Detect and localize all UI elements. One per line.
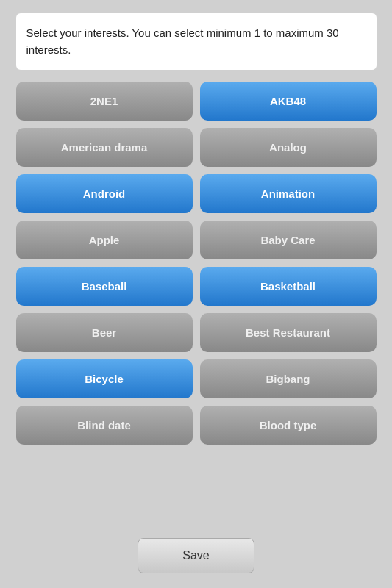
interest-btn-beer[interactable]: Beer xyxy=(16,313,193,352)
interest-btn-baseball[interactable]: Baseball xyxy=(16,267,193,306)
fade-overlay xyxy=(0,507,392,537)
save-area: Save xyxy=(0,538,392,573)
interest-btn-blood-type[interactable]: Blood type xyxy=(200,406,377,445)
interest-btn-bigbang[interactable]: Bigbang xyxy=(200,359,377,398)
interest-btn-bicycle[interactable]: Bicycle xyxy=(16,359,193,398)
interest-btn-basketball[interactable]: Basketball xyxy=(200,267,377,306)
interest-btn-apple[interactable]: Apple xyxy=(16,220,193,259)
interest-btn-2ne1[interactable]: 2NE1 xyxy=(16,82,193,121)
interest-btn-american-drama[interactable]: American drama xyxy=(16,128,193,167)
interests-grid: 2NE1AKB48American dramaAnalogAndroidAnim… xyxy=(16,82,377,445)
interest-btn-blind-date[interactable]: Blind date xyxy=(16,406,193,445)
interest-btn-best-restaurant[interactable]: Best Restaurant xyxy=(200,313,377,352)
interest-btn-animation[interactable]: Animation xyxy=(200,174,377,213)
instructions-text: Select your interests. You can select mi… xyxy=(16,13,377,70)
interest-btn-analog[interactable]: Analog xyxy=(200,128,377,167)
interest-btn-baby-care[interactable]: Baby Care xyxy=(200,220,377,259)
save-button[interactable]: Save xyxy=(138,538,254,573)
interest-btn-akb48[interactable]: AKB48 xyxy=(200,82,377,121)
interest-btn-android[interactable]: Android xyxy=(16,174,193,213)
